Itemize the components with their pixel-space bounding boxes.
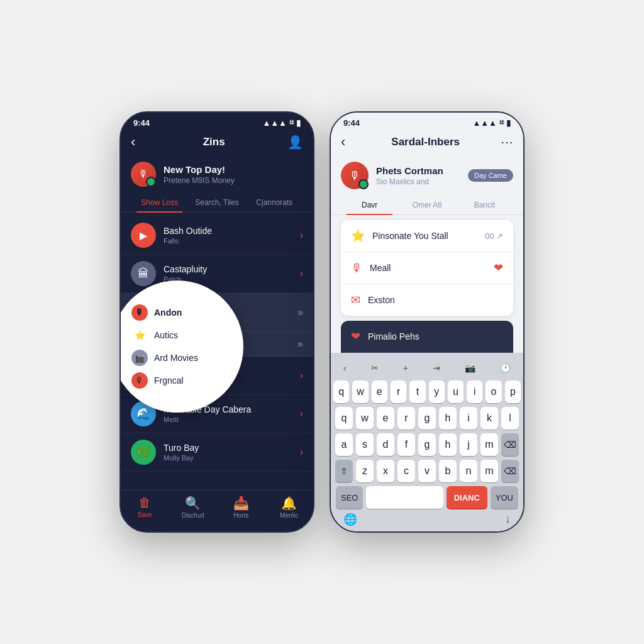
key-o[interactable]: o <box>486 380 501 403</box>
tab-cjannorats[interactable]: Cjannorats <box>246 193 303 212</box>
nav-save[interactable]: 🗑 Save <box>121 496 169 519</box>
kb-tool-share[interactable]: ⇥ <box>428 360 445 375</box>
tab-bancit[interactable]: Bancit <box>456 196 513 214</box>
kb-tool-camera[interactable]: 📷 <box>460 360 480 375</box>
popup-heart-2: ❤ <box>494 261 503 275</box>
profile-badge-right: Day Came <box>468 169 513 182</box>
tab-search-tiles[interactable]: Search, Tiles <box>188 193 245 212</box>
popup-count-1: 00 ↗ <box>485 231 503 241</box>
key-c[interactable]: c <box>397 460 415 482</box>
key-u[interactable]: u <box>448 380 464 403</box>
key-e[interactable]: e <box>372 380 387 403</box>
battery-icon: ▮ <box>296 118 301 128</box>
item-sub-7: Molly Bay <box>164 454 300 462</box>
popup-icon-2: 🎙 <box>351 262 362 275</box>
keyboard-row-3: a s d f g h j m ⌫ <box>333 433 521 456</box>
key-p[interactable]: p <box>505 380 521 403</box>
nav-horts[interactable]: 📥 Horts <box>217 496 265 519</box>
popup-list: ⭐ Pinsonate You Stall 00 ↗ 🎙 Meall ❤ ✉ E… <box>341 220 513 316</box>
key-dianc[interactable]: DIANC <box>447 486 487 509</box>
keyboard-toolbar: ‹ ✂ + ⇥ 📷 🕐 <box>333 358 521 380</box>
list-item[interactable]: ▶ Bash Outide Falls: › <box>121 216 313 255</box>
popup-item-2[interactable]: 🎙 Meall ❤ <box>341 252 513 284</box>
more-options-icon[interactable]: ⋯ <box>501 135 513 150</box>
suggestion-item-1[interactable]: ❤ Pimalio Pehs <box>341 321 513 353</box>
key-t[interactable]: t <box>409 380 425 403</box>
avatar-right: 🎙 <box>341 162 369 189</box>
key-s[interactable]: s <box>356 433 374 456</box>
kb-tool-scissors[interactable]: ✂ <box>366 360 384 375</box>
dropdown-item-andon[interactable]: 🎙 Andon <box>131 304 233 321</box>
key-shift[interactable]: ⇧ <box>335 460 353 482</box>
key-w[interactable]: w <box>352 380 368 403</box>
nav-dischud-label: Dischud <box>182 512 204 519</box>
key-y[interactable]: y <box>429 380 445 403</box>
key-q[interactable]: q <box>333 380 349 403</box>
key-r2[interactable]: r <box>397 407 415 430</box>
key-w2[interactable]: w <box>356 407 374 430</box>
time-right: 9:44 <box>343 118 360 128</box>
profile-card-right: 🎙 Phets Cortman Sio Maxlics and Day Came <box>331 157 523 196</box>
key-x[interactable]: x <box>377 460 394 482</box>
bottom-nav-left: 🗑 Save 🔍 Dischud 📥 Horts 🔔 Menlic <box>121 490 313 531</box>
kb-tool-plus[interactable]: + <box>398 360 413 375</box>
key-h[interactable]: h <box>439 407 457 430</box>
tab-omer-atl[interactable]: Omer Atl <box>398 196 455 214</box>
nav-horts-label: Horts <box>233 512 248 519</box>
dropdown-item-ard-movies[interactable]: 🎬 Ard Movies <box>131 350 233 366</box>
avatar-left: 🎙 <box>131 162 156 187</box>
key-q2[interactable]: q <box>335 407 353 430</box>
horts-icon: 📥 <box>233 496 249 511</box>
key-delete[interactable]: ⌫ <box>501 433 519 456</box>
tabs-left: Show Loss Search, Tiles Cjannorats <box>121 193 313 213</box>
item-info-1: Bash Outide Falls: <box>164 226 300 245</box>
profile-info-left: New Top Day! Pretene M9IS Money <box>164 164 303 185</box>
header-action-left[interactable]: 👤 <box>287 135 303 150</box>
nav-menlic[interactable]: 🔔 Menlic <box>265 496 314 519</box>
back-button-left[interactable]: ‹ <box>131 134 135 150</box>
tab-davr[interactable]: Davr <box>341 196 398 214</box>
item-avatar-7: 🌿 <box>131 440 156 465</box>
key-you[interactable]: YOU <box>491 486 518 509</box>
key-delete2[interactable]: ⌫ <box>501 460 519 482</box>
key-seo[interactable]: SEO <box>336 486 363 509</box>
key-a[interactable]: a <box>335 433 353 456</box>
key-d[interactable]: d <box>377 433 394 456</box>
key-space[interactable] <box>366 486 443 509</box>
dropdown-item-autics[interactable]: ⭐ Autics <box>131 327 233 343</box>
key-g2[interactable]: g <box>418 433 436 456</box>
status-bar-right: 9:44 ▲▲▲ ⌗ ▮ <box>331 113 523 130</box>
key-m[interactable]: m <box>480 433 498 456</box>
status-bar-left: 9:44 ▲▲▲ ⌗ ▮ <box>121 113 313 130</box>
kb-tool-back[interactable]: ‹ <box>338 360 352 375</box>
popup-item-1[interactable]: ⭐ Pinsonate You Stall 00 ↗ <box>341 220 513 252</box>
tab-show-loss[interactable]: Show Loss <box>131 193 188 212</box>
suggestion-label-1: Pimalio Pehs <box>368 331 419 341</box>
key-i[interactable]: i <box>467 380 482 403</box>
key-z[interactable]: z <box>356 460 374 482</box>
key-h2[interactable]: h <box>439 433 457 456</box>
key-f[interactable]: f <box>397 433 415 456</box>
key-r[interactable]: r <box>391 380 406 403</box>
key-b[interactable]: b <box>439 460 457 482</box>
save-icon: 🗑 <box>138 496 151 510</box>
list-item[interactable]: 🌿 Turo Bay Molly Bay › <box>121 433 313 472</box>
key-v[interactable]: v <box>418 460 436 482</box>
key-e2[interactable]: e <box>377 407 394 430</box>
key-n[interactable]: n <box>460 460 477 482</box>
key-i2[interactable]: i <box>460 407 477 430</box>
signal-icon: ▲▲▲ <box>262 118 287 128</box>
autics-icon: ⭐ <box>131 327 148 343</box>
kb-emoji-icon[interactable]: 🌐 <box>343 513 357 526</box>
back-button-right[interactable]: ‹ <box>341 134 345 150</box>
popup-item-3[interactable]: ✉ Exston <box>341 284 513 316</box>
key-j[interactable]: j <box>460 433 477 456</box>
nav-dischud[interactable]: 🔍 Dischud <box>169 496 218 519</box>
dropdown-item-frgncal[interactable]: 🎙 Frgncal <box>131 372 233 389</box>
kb-download-icon[interactable]: ↓ <box>505 513 511 526</box>
kb-tool-clock[interactable]: 🕐 <box>495 360 516 375</box>
key-g[interactable]: g <box>418 407 436 430</box>
key-l[interactable]: l <box>501 407 519 430</box>
key-k[interactable]: k <box>480 407 498 430</box>
key-m2[interactable]: m <box>480 460 498 482</box>
